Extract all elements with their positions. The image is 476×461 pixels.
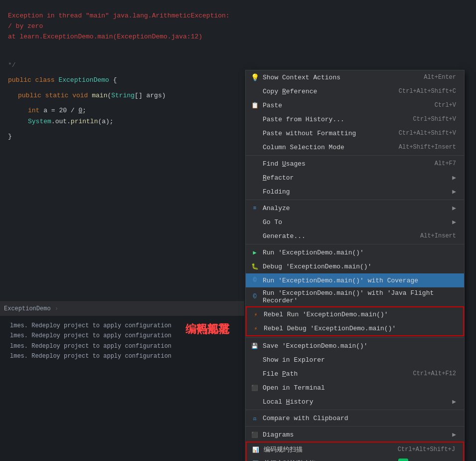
goto-arrow: ▶ (452, 218, 456, 226)
run-coverage-label: Run 'ExceptionDemo.main()' with Coverage (263, 277, 456, 284)
menu-item-generate[interactable]: Generate...Alt+Insert (246, 229, 464, 243)
menu-item-paste-history[interactable]: Paste from History...Ctrl+Shift+V (246, 112, 464, 126)
column-selection-icon (250, 142, 260, 152)
refactor-icon (250, 173, 260, 183)
menu-item-local-history[interactable]: Local History▶ (246, 395, 464, 409)
file-path-icon (250, 369, 260, 379)
separator-10 (246, 200, 464, 200)
breadcrumb-item[interactable]: ExceptionDemo (4, 305, 51, 312)
code-area: */ public class ExceptionDemo { public s… (0, 48, 244, 146)
goto-label: Go To (263, 219, 448, 226)
local-history-label: Local History (263, 398, 448, 406)
save-label: Save 'ExceptionDemo.main()' (263, 342, 456, 350)
menu-item-close-realtime[interactable]: 🔄关闭实时检测功能✓DataScience (246, 457, 464, 461)
rebel-run-label: Rebel Run 'ExceptionDemo.main()' (264, 311, 455, 318)
copy-reference-icon (250, 86, 260, 96)
menu-item-save[interactable]: 💾Save 'ExceptionDemo.main()' (246, 339, 464, 353)
diagrams-label: Diagrams (263, 431, 448, 439)
bottom-panel: ExceptionDemo › 热部署 lmes. Redeploy proje… (0, 301, 244, 461)
close-realtime-icon: 🔄 (251, 459, 261, 461)
code-println: System.out.println(a); (28, 116, 236, 127)
menu-item-run[interactable]: ▶Run 'ExceptionDemo.main()' (246, 245, 464, 259)
open-terminal-label: Open in Terminal (263, 384, 456, 392)
generate-icon (250, 231, 260, 241)
coding-rules-label: 编码规范 (185, 322, 229, 337)
menu-item-refactor[interactable]: Refactor▶ (246, 171, 464, 185)
separator-14 (246, 244, 464, 244)
find-usages-label: Find Usages (263, 160, 425, 168)
class-decl: public class ExceptionDemo { (8, 75, 236, 86)
error-output: Exception in thread "main" java.lang.Ari… (0, 5, 244, 48)
close-brace: } (8, 131, 236, 142)
copy-reference-label: Copy Reference (263, 88, 389, 95)
diagrams-icon: ⬛ (250, 430, 260, 440)
compare-clipboard-icon: ⚖ (250, 413, 260, 423)
bianbiao-scan-label: 编码规约扫描 (264, 445, 388, 454)
folding-arrow: ▶ (452, 188, 456, 196)
menu-item-show-context-actions[interactable]: 💡Show Context ActionsAlt+Enter (246, 70, 464, 84)
paste-icon: 📋 (250, 100, 260, 110)
menu-item-diagrams[interactable]: ⬛Diagrams▶ (246, 428, 464, 442)
menu-item-rebel-run[interactable]: ⚡Rebel Run 'ExceptionDemo.main()' (246, 306, 464, 321)
run-jfr-icon: © (250, 292, 260, 302)
column-selection-shortcut: Alt+Shift+Insert (399, 144, 456, 151)
paste-history-shortcut: Ctrl+Shift+V (413, 116, 456, 123)
paste-no-format-label: Paste without Formatting (263, 130, 389, 137)
column-selection-label: Column Selection Mode (263, 144, 389, 151)
folding-icon (250, 187, 260, 197)
diagrams-arrow: ▶ (452, 431, 456, 439)
generate-shortcut: Alt+Insert (420, 232, 456, 239)
run-coverage-icon: © (250, 275, 260, 285)
menu-item-open-terminal[interactable]: ⬛Open in Terminal (246, 381, 464, 395)
find-usages-shortcut: Alt+F7 (435, 160, 456, 167)
menu-item-debug[interactable]: 🐛Debug 'ExceptionDemo.main()' (246, 259, 464, 273)
menu-item-run-coverage[interactable]: ©Run 'ExceptionDemo.main()' with Coverag… (246, 273, 464, 287)
local-history-icon (250, 397, 260, 407)
analyze-arrow: ▶ (452, 204, 456, 212)
generate-label: Generate... (263, 232, 410, 240)
menu-item-rebel-debug[interactable]: ⚡Rebel Debug 'ExceptionDemo.main()' (246, 321, 464, 336)
menu-item-run-jfr[interactable]: ©Run 'ExceptionDemo.main()' with 'Java F… (246, 287, 464, 306)
separator-29 (246, 426, 464, 427)
method-decl: public static void main(String[] args) (18, 90, 236, 101)
menu-item-goto[interactable]: Go To▶ (246, 215, 464, 229)
file-path-label: File Path (263, 370, 403, 378)
error-line2: at learn.ExceptionDemo.main(ExceptionDem… (8, 32, 236, 42)
copy-reference-shortcut: Ctrl+Alt+Shift+C (399, 88, 456, 95)
show-context-actions-shortcut: Alt+Enter (424, 74, 456, 81)
run-label: Run 'ExceptionDemo.main()' (263, 249, 456, 256)
comment-line: */ (8, 60, 236, 71)
menu-item-column-selection[interactable]: Column Selection ModeAlt+Shift+Insert (246, 140, 464, 154)
menu-item-paste[interactable]: 📋PasteCtrl+V (246, 98, 464, 112)
open-terminal-icon: ⬛ (250, 383, 260, 393)
local-history-arrow: ▶ (452, 398, 456, 406)
menu-item-show-explorer[interactable]: Show in Explorer (246, 353, 464, 367)
rebel-run-icon: ⚡ (251, 309, 261, 319)
menu-item-bianbiao-scan[interactable]: 📊编码规约扫描Ctrl+Alt+Shift+J (246, 442, 464, 457)
paste-no-format-icon (250, 128, 260, 138)
menu-item-copy-reference[interactable]: Copy ReferenceCtrl+Alt+Shift+C (246, 84, 464, 98)
refactor-label: Refactor (263, 174, 448, 182)
analyze-icon: ≡ (250, 203, 260, 213)
separator-27 (246, 410, 464, 410)
console-line-4: lmes. Redeploy project to apply configur… (10, 351, 234, 361)
console-line-3: lmes. Redeploy project to apply configur… (10, 341, 234, 351)
file-path-shortcut: Ctrl+Alt+F12 (413, 370, 456, 377)
rebel-debug-label: Rebel Debug 'ExceptionDemo.main()' (264, 325, 455, 332)
rebel-debug-icon: ⚡ (251, 323, 261, 333)
datasci-badge: ✓DataScience (398, 459, 455, 461)
bianbiao-scan-shortcut: Ctrl+Alt+Shift+J (398, 446, 455, 453)
paste-history-icon (250, 114, 260, 124)
menu-item-file-path[interactable]: File PathCtrl+Alt+F12 (246, 367, 464, 381)
separator-6 (246, 155, 464, 156)
folding-label: Folding (263, 188, 448, 196)
paste-label: Paste (263, 102, 425, 109)
menu-item-find-usages[interactable]: Find UsagesAlt+F7 (246, 157, 464, 171)
menu-item-analyze[interactable]: ≡Analyze▶ (246, 201, 464, 215)
menu-item-folding[interactable]: Folding▶ (246, 185, 464, 199)
menu-item-paste-no-format[interactable]: Paste without FormattingCtrl+Alt+Shift+V (246, 126, 464, 140)
run-icon: ▶ (250, 247, 260, 257)
show-explorer-icon (250, 355, 260, 365)
paste-shortcut: Ctrl+V (435, 102, 456, 109)
menu-item-compare-clipboard[interactable]: ⚖Compare with Clipboard (246, 411, 464, 425)
